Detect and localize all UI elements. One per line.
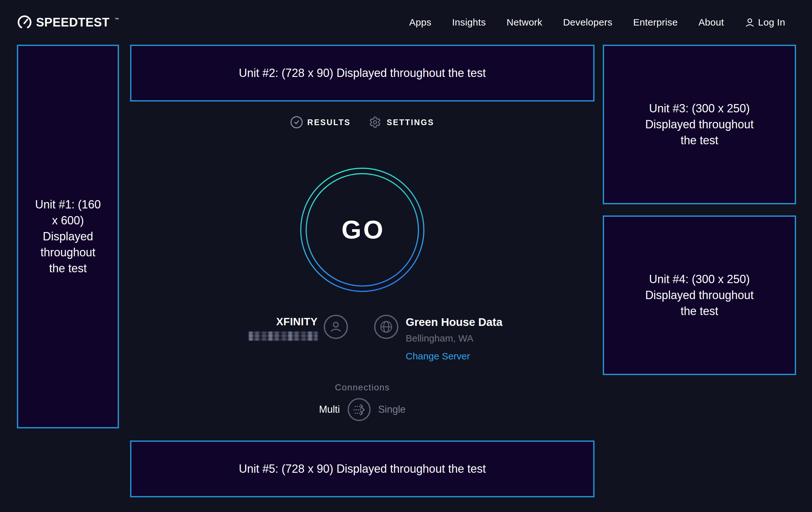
go-button[interactable]: GO xyxy=(298,166,426,294)
ad-unit-3[interactable]: Unit #3: (300 x 250) Displayed throughou… xyxy=(603,45,796,204)
ad-unit-2-text: Unit #2: (728 x 90) Displayed throughout… xyxy=(239,65,486,81)
person-icon xyxy=(324,315,348,339)
redacted-ip xyxy=(249,332,318,341)
tab-settings-label: SETTINGS xyxy=(386,118,434,127)
nav-item-apps[interactable]: Apps xyxy=(409,17,432,28)
nav-item-insights[interactable]: Insights xyxy=(452,17,486,28)
tab-results[interactable]: RESULTS xyxy=(291,116,351,128)
connections-toggle-button[interactable] xyxy=(348,398,371,421)
nav-item-about[interactable]: About xyxy=(698,17,724,28)
site-header: SPEEDTEST ™ Apps Insights Network Develo… xyxy=(0,0,812,45)
tab-settings[interactable]: SETTINGS xyxy=(368,115,434,129)
center-column: Unit #2: (728 x 90) Displayed throughout… xyxy=(130,45,594,512)
nav-item-network[interactable]: Network xyxy=(506,17,542,28)
server-name: Green House Data xyxy=(406,316,502,328)
go-label: GO xyxy=(340,215,385,244)
speedometer-icon xyxy=(18,15,32,29)
ad-unit-5-text: Unit #5: (728 x 90) Displayed throughout… xyxy=(239,461,486,477)
nav-item-enterprise[interactable]: Enterprise xyxy=(633,17,678,28)
isp-name: XFINITY xyxy=(249,316,318,328)
nav-item-developers[interactable]: Developers xyxy=(563,17,612,28)
primary-nav: Apps Insights Network Developers Enterpr… xyxy=(409,17,724,28)
ad-unit-4-text: Unit #4: (300 x 250) Displayed throughou… xyxy=(636,271,763,319)
isp-info: XFINITY xyxy=(249,316,318,341)
tab-results-label: RESULTS xyxy=(308,118,351,127)
multi-arrows-icon xyxy=(349,399,369,420)
ad-unit-1[interactable]: Unit #1: (160 x 600) Displayed throughou… xyxy=(17,45,119,428)
ad-unit-4[interactable]: Unit #4: (300 x 250) Displayed throughou… xyxy=(603,215,796,375)
server-location: Bellingham, WA xyxy=(406,333,502,344)
server-info: Green House Data Bellingham, WA Change S… xyxy=(406,316,502,362)
speedtest-logo[interactable]: SPEEDTEST ™ xyxy=(18,15,119,29)
login-button[interactable]: Log In xyxy=(745,17,785,28)
tabs: RESULTS SETTINGS xyxy=(130,115,594,129)
change-server-link[interactable]: Change Server xyxy=(406,351,470,362)
globe-icon xyxy=(374,315,398,339)
connections-label: Connections xyxy=(130,382,594,393)
ad-unit-5[interactable]: Unit #5: (728 x 90) Displayed throughout… xyxy=(130,440,594,497)
logo-text: SPEEDTEST xyxy=(36,16,109,28)
trademark-mark: ™ xyxy=(115,17,119,21)
gear-icon xyxy=(368,115,382,129)
check-circle-icon xyxy=(291,116,303,128)
connection-mode-single[interactable]: Single xyxy=(378,404,406,415)
ad-unit-2[interactable]: Unit #2: (728 x 90) Displayed throughout… xyxy=(130,45,594,102)
connection-mode-multi[interactable]: Multi xyxy=(319,404,340,415)
page-root: SPEEDTEST ™ Apps Insights Network Develo… xyxy=(0,0,812,512)
user-icon xyxy=(745,17,755,27)
login-label: Log In xyxy=(758,17,785,28)
ad-unit-1-text: Unit #1: (160 x 600) Displayed throughou… xyxy=(35,197,101,276)
ad-unit-3-text: Unit #3: (300 x 250) Displayed throughou… xyxy=(636,101,763,149)
connection-toggle: Multi Single xyxy=(130,398,594,421)
